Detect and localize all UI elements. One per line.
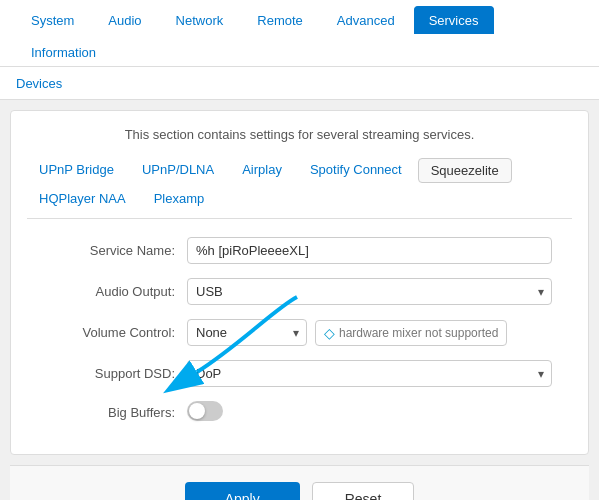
content-area: This section contains settings for sever… [10,110,589,455]
support-dsd-control: DoP Native Off ▾ [187,360,552,387]
apply-button[interactable]: Apply [185,482,300,500]
hw-mixer-notice: ◇ hardware mixer not supported [315,320,507,346]
tab-advanced[interactable]: Advanced [322,6,410,34]
reset-button[interactable]: Reset [312,482,415,500]
diamond-icon: ◇ [324,325,335,341]
service-tab-squeezelite[interactable]: Squeezelite [418,158,512,183]
support-dsd-label: Support DSD: [47,366,187,381]
volume-control-row: Volume Control: None Software Hardware ▾ [47,319,552,346]
audio-output-row: Audio Output: USB Default HDMI Headphone… [47,278,552,305]
tab-system[interactable]: System [16,6,89,34]
devices-link[interactable]: Devices [16,76,62,91]
support-dsd-row: Support DSD: DoP Native Off ▾ [47,360,552,387]
footer-buttons: Apply Reset [10,465,589,500]
volume-control-select[interactable]: None Software Hardware [187,319,307,346]
volume-row: None Software Hardware ▾ ◇ hardware mixe… [187,319,552,346]
hw-mixer-text: hardware mixer not supported [339,326,498,340]
tab-services[interactable]: Services [414,6,494,34]
audio-output-label: Audio Output: [47,284,187,299]
audio-output-select[interactable]: USB Default HDMI Headphones [187,278,552,305]
support-dsd-select[interactable]: DoP Native Off [187,360,552,387]
service-tabs: UPnP Bridge UPnP/DLNA Airplay Spotify Co… [27,158,572,219]
audio-output-select-wrapper: USB Default HDMI Headphones ▾ [187,278,552,305]
service-tab-plexamp[interactable]: Plexamp [142,187,217,210]
service-tab-upnp-bridge[interactable]: UPnP Bridge [27,158,126,183]
tab-network[interactable]: Network [161,6,239,34]
service-name-control [187,237,552,264]
volume-control-control: None Software Hardware ▾ ◇ hardware mixe… [187,319,552,346]
arrow-annotation [157,287,317,407]
top-nav: System Audio Network Remote Advanced Ser… [0,0,599,67]
tab-remote[interactable]: Remote [242,6,318,34]
main-container: System Audio Network Remote Advanced Ser… [0,0,599,500]
service-tab-airplay[interactable]: Airplay [230,158,294,183]
audio-output-control: USB Default HDMI Headphones ▾ [187,278,552,305]
service-name-input[interactable] [187,237,552,264]
volume-select-wrapper: None Software Hardware ▾ [187,319,307,346]
section-description: This section contains settings for sever… [27,127,572,142]
devices-bar: Devices [0,67,599,100]
toggle-knob [189,403,205,419]
service-tab-hqplayer-naa[interactable]: HQPlayer NAA [27,187,138,210]
service-tab-spotify-connect[interactable]: Spotify Connect [298,158,414,183]
support-dsd-select-wrapper: DoP Native Off ▾ [187,360,552,387]
tab-information[interactable]: Information [16,38,111,66]
volume-control-label: Volume Control: [47,325,187,340]
big-buffers-toggle[interactable] [187,401,223,421]
service-name-row: Service Name: [47,237,552,264]
big-buffers-control [187,401,552,424]
big-buffers-row: Big Buffers: [47,401,552,424]
service-name-label: Service Name: [47,243,187,258]
form-section: Service Name: Audio Output: USB Default … [27,237,572,424]
big-buffers-label: Big Buffers: [47,405,187,420]
tab-audio[interactable]: Audio [93,6,156,34]
service-tab-upnp-dlna[interactable]: UPnP/DLNA [130,158,226,183]
